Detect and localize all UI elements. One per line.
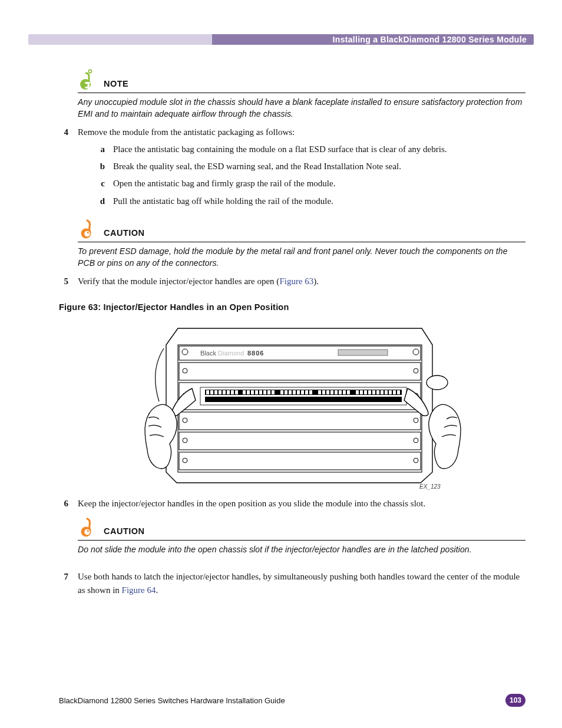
footer-doc-title: BlackDiamond 12800 Series Switches Hardw…: [59, 696, 285, 705]
caution-icon: [78, 516, 98, 538]
svg-rect-43: [301, 390, 304, 394]
note-text: Any unoccupied module slot in the chassi…: [78, 97, 525, 120]
svg-rect-46: [318, 390, 321, 394]
svg-rect-31: [247, 390, 250, 394]
svg-point-75: [183, 458, 187, 463]
svg-point-74: [414, 438, 418, 443]
svg-rect-4: [85, 87, 91, 88]
step-text-pre: Verify that the module injector/ejector …: [78, 276, 279, 286]
svg-rect-26: [223, 390, 226, 394]
note-label: NOTE: [104, 79, 128, 91]
caution-rule: [78, 242, 525, 242]
svg-rect-3: [88, 82, 90, 87]
figure-63-link[interactable]: Figure 63: [279, 276, 313, 286]
page-footer: BlackDiamond 12800 Series Switches Hardw…: [59, 694, 525, 707]
note-block: NOTE Any unoccupied module slot in the c…: [78, 68, 525, 120]
figure-ref-label: EX_123: [419, 483, 441, 490]
svg-rect-53: [347, 390, 350, 394]
info-icon: [78, 68, 98, 91]
svg-rect-36: [267, 390, 270, 394]
svg-point-72: [414, 418, 418, 423]
svg-rect-30: [243, 390, 246, 394]
caution-block-2: CAUTION Do not slide the module into the…: [78, 516, 525, 556]
caution-text: To prevent ESD damage, hold the module b…: [78, 246, 525, 269]
svg-rect-22: [206, 390, 209, 394]
caution-label: CAUTION: [104, 228, 145, 240]
svg-rect-54: [356, 390, 359, 394]
substep-a: aPlace the antistatic bag containing the…: [97, 143, 525, 156]
header-title-bar: Installing a BlackDiamond 12800 Series M…: [212, 34, 534, 45]
svg-rect-25: [219, 390, 222, 394]
step-6: 6 Keep the injector/ejector handles in t…: [59, 497, 525, 510]
step-7: 7 Use both hands to latch the injector/e…: [59, 570, 525, 597]
step-number: 5: [59, 275, 68, 288]
step-text-post: ).: [313, 276, 319, 286]
step-text-post: .: [156, 585, 158, 595]
page-number: 103: [510, 696, 521, 704]
svg-point-77: [427, 375, 448, 390]
svg-rect-38: [280, 390, 283, 394]
step-4: 4 Remove the module from the antistatic …: [59, 126, 525, 212]
step-number: 7: [59, 570, 68, 597]
svg-point-76: [414, 458, 418, 463]
step-5: 5 Verify that the module injector/ejecto…: [59, 275, 525, 288]
caution-label: CAUTION: [104, 526, 145, 538]
svg-rect-62: [389, 390, 392, 394]
svg-rect-56: [364, 390, 367, 394]
svg-rect-63: [393, 390, 396, 394]
svg-rect-39: [285, 390, 287, 394]
step-number: 6: [59, 497, 68, 510]
svg-rect-47: [322, 390, 325, 394]
caution-text: Do not slide the module into the open ch…: [78, 544, 525, 556]
svg-point-71: [183, 418, 187, 423]
svg-rect-34: [259, 390, 262, 394]
substep-d: dPull the antistatic bag off while holdi…: [97, 195, 525, 208]
svg-rect-23: [210, 390, 213, 394]
svg-rect-24: [214, 390, 217, 394]
svg-rect-35: [263, 390, 266, 394]
svg-rect-64: [397, 390, 400, 394]
svg-rect-27: [227, 390, 230, 394]
svg-rect-58: [372, 390, 375, 394]
svg-rect-42: [297, 390, 300, 394]
svg-rect-49: [330, 390, 333, 394]
note-rule: [78, 93, 525, 93]
step-text: Remove the module from the antistatic pa…: [78, 127, 295, 137]
svg-point-65: [182, 349, 188, 355]
caution-block-1: CAUTION To prevent ESD damage, hold the …: [78, 218, 525, 269]
substep-c: cOpen the antistatic bag and firmly gras…: [97, 177, 525, 190]
svg-rect-61: [385, 390, 388, 394]
svg-rect-37: [272, 390, 275, 394]
svg-rect-20: [205, 397, 402, 402]
svg-rect-50: [335, 390, 338, 394]
svg-rect-48: [326, 390, 329, 394]
svg-point-68: [414, 368, 418, 373]
svg-rect-40: [289, 390, 292, 394]
svg-rect-57: [368, 390, 371, 394]
caution-rule: [78, 540, 525, 541]
svg-text:Diamond: Diamond: [218, 350, 244, 357]
svg-point-73: [183, 438, 187, 443]
svg-rect-41: [293, 390, 296, 394]
step-number: 4: [59, 126, 68, 212]
svg-rect-29: [235, 390, 238, 394]
caution-icon: [78, 218, 98, 240]
svg-rect-28: [231, 390, 234, 394]
svg-rect-45: [309, 390, 312, 394]
substep-b: bBreak the quality seal, the ESD warning…: [97, 160, 525, 173]
svg-rect-55: [360, 390, 363, 394]
svg-rect-32: [251, 390, 254, 394]
svg-rect-52: [343, 390, 346, 394]
figure-64-link[interactable]: Figure 64: [122, 585, 156, 595]
figure-63-caption: Figure 63: Injector/Ejector Handles in a…: [59, 302, 525, 312]
svg-rect-51: [339, 390, 342, 394]
svg-point-1: [88, 70, 91, 73]
svg-point-66: [413, 349, 419, 355]
svg-text:8806: 8806: [247, 350, 264, 357]
svg-text:Black: Black: [200, 350, 216, 357]
svg-rect-33: [255, 390, 258, 394]
svg-rect-59: [376, 390, 379, 394]
header-accent-bar: [28, 34, 212, 45]
page-header: Installing a BlackDiamond 12800 Series M…: [28, 34, 534, 45]
page-number-badge: 103: [505, 694, 525, 707]
